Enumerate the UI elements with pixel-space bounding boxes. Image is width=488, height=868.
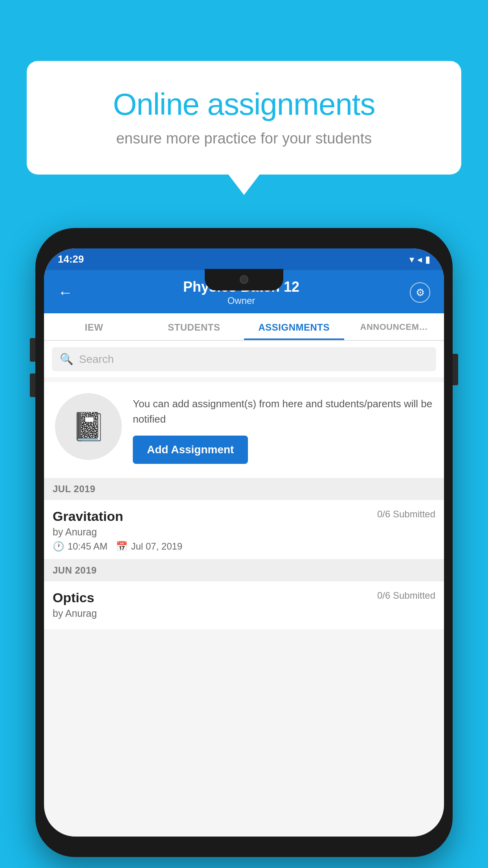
speech-bubble-container: Online assignments ensure more practice …	[27, 61, 461, 175]
status-time: 14:29	[58, 253, 84, 265]
assignment-author-optics: by Anurag	[53, 608, 435, 619]
assignment-submitted-optics: 0/6 Submitted	[377, 590, 435, 601]
meta-date: 📅 Jul 07, 2019	[116, 541, 182, 552]
camera	[240, 275, 248, 284]
speech-bubble: Online assignments ensure more practice …	[27, 61, 461, 175]
assignment-title-gravitation: Gravitation	[53, 509, 123, 524]
assignment-top: Gravitation 0/6 Submitted	[53, 509, 435, 524]
status-icons: ▾ ◂ ▮	[409, 254, 430, 265]
wifi-icon: ▾	[409, 254, 414, 265]
section-label-jun: JUN 2019	[53, 565, 97, 576]
phone-notch	[205, 269, 283, 291]
calendar-icon: 📅	[116, 541, 128, 552]
info-description: You can add assignment(s) from here and …	[133, 396, 433, 427]
section-header-jul: JUL 2019	[44, 478, 444, 500]
search-bar-container: 🔍 Search	[44, 341, 444, 377]
search-bar[interactable]: 🔍 Search	[52, 347, 436, 371]
notebook-icon: 📓	[72, 410, 106, 443]
vol-down-btn[interactable]	[30, 373, 35, 397]
search-icon: 🔍	[60, 353, 73, 366]
assignment-time: 10:45 AM	[68, 541, 107, 552]
assignment-date: Jul 07, 2019	[131, 541, 182, 552]
tab-students[interactable]: STUDENTS	[144, 313, 244, 340]
assignment-top-optics: Optics 0/6 Submitted	[53, 590, 435, 605]
main-title: Online assignments	[58, 86, 430, 122]
signal-icon: ◂	[417, 254, 422, 265]
add-assignment-button[interactable]: Add Assignment	[133, 436, 248, 464]
back-button[interactable]: ←	[58, 284, 73, 301]
tab-iew[interactable]: IEW	[44, 313, 144, 340]
assignment-author-gravitation: by Anurag	[53, 526, 435, 538]
status-bar: 14:29 ▾ ◂ ▮	[44, 248, 444, 270]
header-subtitle: Owner	[183, 295, 299, 306]
search-placeholder: Search	[79, 353, 114, 366]
clock-icon: 🕐	[53, 541, 64, 552]
assignment-item-gravitation[interactable]: Gravitation 0/6 Submitted by Anurag 🕐 10…	[44, 500, 444, 559]
section-label-jul: JUL 2019	[53, 484, 95, 494]
power-btn[interactable]	[453, 354, 458, 385]
info-card: 📓 You can add assignment(s) from here an…	[44, 382, 444, 478]
assignment-submitted-gravitation: 0/6 Submitted	[377, 509, 435, 520]
info-icon-circle: 📓	[55, 393, 122, 460]
tabs-bar: IEW STUDENTS ASSIGNMENTS ANNOUNCEM…	[44, 313, 444, 341]
assignment-item-optics[interactable]: Optics 0/6 Submitted by Anurag	[44, 581, 444, 630]
main-subtitle: ensure more practice for your students	[58, 130, 430, 147]
gear-icon: ⚙	[416, 287, 425, 299]
battery-icon: ▮	[425, 254, 430, 265]
settings-button[interactable]: ⚙	[410, 282, 430, 303]
assignment-meta-gravitation: 🕐 10:45 AM 📅 Jul 07, 2019	[53, 541, 435, 552]
tab-announcements[interactable]: ANNOUNCEM…	[344, 313, 444, 340]
info-text-block: You can add assignment(s) from here and …	[133, 393, 433, 464]
tab-assignments[interactable]: ASSIGNMENTS	[244, 313, 344, 340]
phone-frame: 14:29 ▾ ◂ ▮ ← Physics Batch 12 Owner ⚙	[35, 228, 453, 857]
meta-time: 🕐 10:45 AM	[53, 541, 107, 552]
assignment-title-optics: Optics	[53, 590, 94, 605]
section-header-jun: JUN 2019	[44, 559, 444, 581]
vol-up-btn[interactable]	[30, 338, 35, 362]
phone-screen: 14:29 ▾ ◂ ▮ ← Physics Batch 12 Owner ⚙	[44, 248, 444, 837]
